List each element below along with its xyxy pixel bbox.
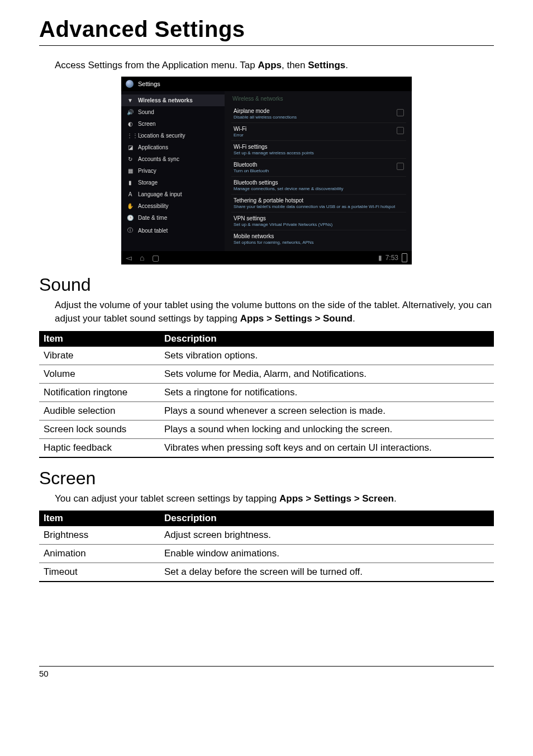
cell-desc: Sets vibration options. [160,347,494,365]
cell-item: Notification ringtone [39,383,160,401]
sidebar-item-label: Language & input [138,191,182,197]
row-sub: Disable all wireless connections [234,115,392,120]
cell-desc: Plays a sound when locking and unlocking… [160,420,494,438]
screen-heading: Screen [39,468,494,489]
row-wifi-settings[interactable]: Wi-Fi settingsSet up & manage wireless a… [231,141,406,159]
cell-item: Vibrate [39,347,160,365]
row-title: Mobile networks [234,233,404,239]
sync-icon: ↻ [127,156,134,162]
intro-settings: Settings [308,60,345,70]
intro-mid: , then [282,60,308,70]
path-apps: Apps [240,313,264,324]
page-footer: 50 [39,666,494,678]
info-icon: ⓘ [127,226,134,234]
row-sub: Turn on Bluetooth [234,168,392,173]
table-row: VibrateSets vibration options. [39,347,494,365]
sound-icon: 🔊 [127,109,134,115]
sound-body: Adjust the volume of your tablet using t… [55,299,494,325]
sidebar-item-storage[interactable]: ▮Storage [121,177,225,188]
back-icon[interactable]: ◅ [126,253,132,262]
sidebar-item-label: Sound [138,109,154,115]
battery-icon [402,253,407,262]
table-row: TimeoutSet a delay before the screen wil… [39,563,494,582]
sidebar-item-privacy[interactable]: ▦Privacy [121,165,225,177]
row-bluetooth-settings[interactable]: Bluetooth settingsManage connections, se… [231,177,406,195]
sidebar-item-about[interactable]: ⓘAbout tablet [121,224,225,237]
cell-desc: Vibrates when pressing soft keys and on … [160,438,494,457]
sidebar-item-location[interactable]: ⋮⋮⋮Location & security [121,130,225,141]
path-sound: Sound [323,313,353,324]
recent-icon[interactable]: ▢ [152,253,159,262]
sidebar-item-accessibility[interactable]: ✋Accessibility [121,200,225,212]
sidebar-item-wireless[interactable]: ▼Wireless & networks [121,94,225,106]
cell-item: Animation [39,545,160,563]
cell-desc: Plays a sound whenever a screen selectio… [160,401,494,420]
screen-body: You can adjust your tablet screen settin… [55,492,494,505]
cell-item: Volume [39,365,160,383]
row-mobile[interactable]: Mobile networksSet options for roaming, … [231,230,406,248]
language-icon: A [127,191,134,197]
table-row: AnimationEnable window animations. [39,545,494,563]
clock-time: 7:53 [386,254,398,262]
home-icon[interactable]: ⌂ [140,253,144,262]
sidebar-item-sound[interactable]: 🔊Sound [121,106,225,118]
screenshot-detail: Wireless & networks Airplane modeDisable… [225,91,412,251]
row-vpn[interactable]: VPN settingsSet up & manage Virtual Priv… [231,212,406,230]
sidebar-item-label: Accounts & sync [138,156,179,162]
row-sub: Set options for roaming, networks, APNs [234,240,404,245]
sound-table: Item Description VibrateSets vibration o… [39,331,494,458]
page-number: 50 [39,669,49,678]
cell-item: Haptic feedback [39,438,160,457]
storage-icon: ▮ [127,179,134,186]
row-wifi[interactable]: Wi-FiError [231,123,406,141]
table-row: Screen lock soundsPlays a sound when loc… [39,420,494,438]
cell-desc: Enable window animations. [160,545,494,563]
col-item: Item [39,331,160,347]
sidebar-item-label: Location & security [138,133,185,139]
row-title: Airplane mode [234,108,392,114]
row-tethering[interactable]: Tethering & portable hotspotShare your t… [231,195,406,212]
cell-item: Audible selection [39,401,160,420]
sidebar-item-label: Screen [138,121,156,127]
cell-item: Screen lock sounds [39,420,160,438]
path-settings: Settings [314,493,351,504]
sidebar-item-label: Storage [138,179,158,186]
cell-item: Timeout [39,563,160,582]
cell-desc: Adjust screen brightness. [160,526,494,545]
col-item: Item [39,511,160,526]
checkbox[interactable] [397,109,404,116]
row-airplane[interactable]: Airplane modeDisable all wireless connec… [231,105,406,123]
table-row: BrightnessAdjust screen brightness. [39,526,494,545]
intro-suffix: . [345,60,348,70]
sidebar-item-applications[interactable]: ◪Applications [121,141,225,153]
checkbox[interactable] [397,163,404,170]
sidebar-item-label: Wireless & networks [138,97,193,103]
sidebar-item-label: About tablet [138,228,168,234]
accessibility-icon: ✋ [127,203,134,209]
signal-icon: ▮ [378,254,382,262]
path-sep: > [303,493,313,504]
screenshot-header: Settings [121,77,412,91]
sidebar-item-label: Date & time [138,215,167,221]
row-sub: Share your tablet's mobile data connecti… [234,204,404,209]
cell-desc: Set a delay before the screen will be tu… [160,563,494,582]
screenshot-navbar: ◅ ⌂ ▢ ▮ 7:53 [121,251,412,264]
sidebar-item-accounts[interactable]: ↻Accounts & sync [121,153,225,165]
path-sep: > [312,313,323,324]
row-title: Bluetooth [234,162,392,168]
applications-icon: ◪ [127,144,134,150]
cell-desc: Sets volume for Media, Alarm, and Notifi… [160,365,494,383]
wireless-icon: ▼ [127,97,134,103]
row-bluetooth[interactable]: BluetoothTurn on Bluetooth [231,159,406,177]
checkbox[interactable] [397,127,404,134]
row-title: VPN settings [234,215,404,221]
sound-suffix: . [353,313,355,324]
screen-icon: ◐ [127,121,134,127]
row-title: Bluetooth settings [234,179,404,186]
location-icon: ⋮⋮⋮ [127,133,134,139]
settings-screenshot: Settings ▼Wireless & networks 🔊Sound ◐Sc… [121,77,412,264]
sidebar-item-language[interactable]: ALanguage & input [121,188,225,200]
screenshot-title: Settings [138,81,160,87]
sidebar-item-datetime[interactable]: 🕒Date & time [121,212,225,224]
sidebar-item-screen[interactable]: ◐Screen [121,118,225,130]
